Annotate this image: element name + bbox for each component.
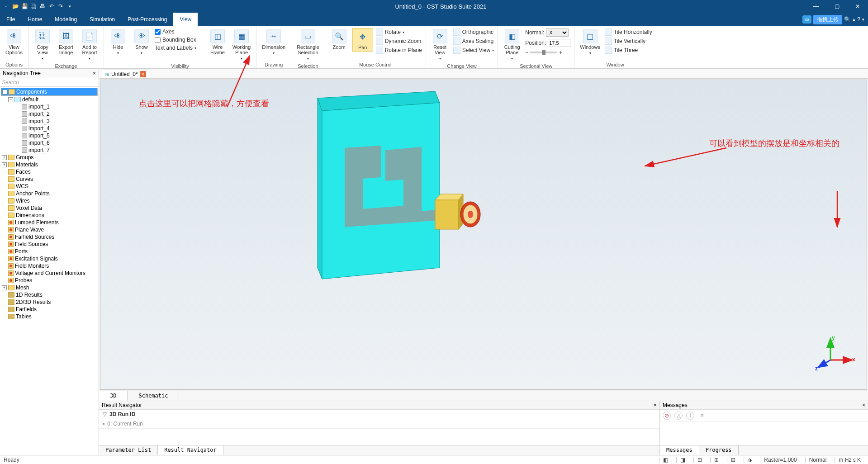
msg-error-icon[interactable]: ⊘ (663, 412, 671, 420)
hide-button[interactable]: 👁Hide▾ (108, 28, 128, 57)
viewport-3d[interactable]: 点击这里可以把网格隐藏，方便查看 可以看到模型的摆放是和坐标相关的 (100, 80, 867, 390)
tree-item[interactable]: Field Monitors (1, 262, 98, 270)
menu-home[interactable]: Home (21, 13, 48, 26)
export-image-button[interactable]: 🖼Export Image (56, 28, 76, 56)
bounding-box-checkbox[interactable]: Bounding Box (155, 37, 204, 43)
axes-scaling-button[interactable]: Axes Scaling (453, 38, 494, 45)
wire-frame-button[interactable]: ◫Wire Frame (207, 28, 228, 56)
tree-import-item[interactable]: import_3 (1, 118, 98, 125)
tile-horizontally-button[interactable]: Tile Horizontally (605, 28, 652, 36)
status-icon[interactable]: ⬗ (744, 457, 755, 463)
tree-item[interactable]: Farfields (1, 306, 98, 313)
tree-item[interactable]: Dimensions (1, 212, 98, 219)
tree-item[interactable]: WCS (1, 183, 98, 190)
tree-item[interactable]: Voxel Data (1, 204, 98, 212)
tree-item[interactable]: Probes (1, 277, 98, 284)
axes-checkbox[interactable]: Axes (155, 28, 204, 35)
maximize-button[interactable]: ▢ (826, 0, 847, 13)
position-input[interactable] (548, 39, 570, 47)
current-run-row[interactable]: ▪0: Current Run (99, 419, 659, 429)
tree-import-item[interactable]: import_7 (1, 147, 98, 154)
status-icon[interactable]: ◨ (676, 457, 689, 463)
nav-search-input[interactable]: Search (0, 78, 99, 87)
redo-icon[interactable]: ↷ (57, 3, 64, 10)
help-icon[interactable]: ? (857, 16, 860, 23)
panel-close-icon[interactable]: × (654, 402, 657, 408)
tile-three-button[interactable]: Tile Three (605, 47, 652, 54)
tab-progress[interactable]: Progress (699, 445, 739, 455)
help-dropdown-icon[interactable]: ▾ (862, 17, 864, 22)
nav-close-icon[interactable]: × (93, 70, 96, 76)
dynamic-zoom-button[interactable]: Dynamic Zoom (376, 38, 422, 45)
print-icon[interactable]: 🖶 (39, 3, 46, 10)
msg-info-icon[interactable]: i (686, 412, 694, 420)
select-view-button[interactable]: Select View ▾ (453, 47, 494, 54)
close-button[interactable]: ✕ (847, 0, 868, 13)
save-icon[interactable]: 💾 (21, 3, 28, 10)
tree-import-item[interactable]: import_6 (1, 139, 98, 147)
tree-item[interactable]: +Mesh (1, 284, 98, 291)
tree-item[interactable]: Wires (1, 197, 98, 204)
menu-file[interactable]: File (0, 13, 21, 26)
tree-default[interactable]: default (22, 96, 38, 103)
copy-view-button[interactable]: ⿻Copy View▾ (32, 28, 53, 62)
msg-warning-icon[interactable]: △ (674, 412, 683, 420)
tree-item[interactable]: Plane Wave (1, 226, 98, 233)
rotate-button[interactable]: Rotate ▾ (376, 28, 422, 36)
normal-select[interactable]: X (546, 28, 569, 37)
zoom-button[interactable]: 🔍Zoom (329, 28, 350, 51)
tree-item[interactable]: Voltage and Current Monitors (1, 270, 98, 277)
tree-item[interactable]: +Groups (1, 154, 98, 161)
windows-button[interactable]: ◫Windows▾ (578, 28, 602, 57)
status-icon[interactable]: ⊡ (693, 457, 706, 463)
qat-dropdown-icon[interactable]: ▾ (66, 3, 73, 10)
view-options-button[interactable]: 👁View Options (4, 28, 24, 56)
msg-filter-icon[interactable]: ≡ (698, 412, 706, 420)
tree-item[interactable]: 1D Results (1, 291, 98, 298)
copy-icon[interactable]: ⿻ (30, 3, 37, 10)
tree-import-item[interactable]: import_4 (1, 125, 98, 132)
tab-close-icon[interactable]: × (140, 71, 146, 77)
tab-3d[interactable]: 3D (99, 391, 128, 401)
rectangle-selection-button[interactable]: ▭Rectangle Selection▾ (295, 28, 321, 62)
menu-simulation[interactable]: Simulation (83, 13, 121, 26)
reset-view-button[interactable]: ⟳Reset View▾ (430, 28, 451, 62)
tree-item[interactable]: Lumped Elements (1, 219, 98, 226)
status-icon[interactable]: ◧ (659, 457, 672, 463)
orthographic-button[interactable]: Orthographic (453, 28, 494, 36)
cloud-icon[interactable]: ∞ (802, 15, 811, 24)
add-to-report-button[interactable]: 📄Add to Report▾ (79, 28, 100, 62)
minimize-button[interactable]: — (806, 0, 826, 13)
open-icon[interactable]: 📂 (12, 3, 19, 10)
tab-parameter-list[interactable]: Parameter List (99, 445, 158, 455)
show-button[interactable]: 👁Show▾ (131, 28, 152, 57)
tab-schematic[interactable]: Schematic (128, 391, 179, 401)
dimension-button[interactable]: ↔Dimension▾ (260, 28, 287, 57)
tab-result-navigator[interactable]: Result Navigator (158, 445, 223, 455)
menu-post-processing[interactable]: Post-Processing (121, 13, 173, 26)
undo-icon[interactable]: ↶ (48, 3, 55, 10)
tree-import-item[interactable]: import_5 (1, 132, 98, 139)
tab-messages[interactable]: Messages (660, 445, 699, 455)
cutting-plane-button[interactable]: ◧Cutting Plane▾ (502, 28, 522, 62)
tree-import-item[interactable]: import_2 (1, 110, 98, 118)
tree-item[interactable]: Ports (1, 248, 98, 255)
tree-item[interactable]: Field Sources (1, 241, 98, 248)
search-icon[interactable]: 🔍 (844, 16, 851, 23)
panel-close-icon[interactable]: × (862, 402, 865, 408)
navigation-tree[interactable]: −Components −default import_1import_2imp… (0, 87, 99, 455)
ribbon-collapse-icon[interactable]: ▴ (853, 16, 855, 23)
tree-import-item[interactable]: import_1 (1, 103, 98, 110)
tree-item[interactable]: Faces (1, 168, 98, 175)
tree-item[interactable]: Curves (1, 175, 98, 183)
position-slider[interactable]: −+ (525, 49, 570, 56)
tree-components[interactable]: Components (16, 89, 47, 95)
document-tab[interactable]: ≋Untitled_0*× (102, 70, 149, 78)
pan-button[interactable]: ✥Pan (352, 28, 373, 52)
tree-item[interactable]: Excitation Signals (1, 255, 98, 262)
run-id-header[interactable]: ▽3D Run ID (99, 410, 659, 419)
rotate-in-plane-button[interactable]: Rotate in Plane (376, 47, 422, 54)
tree-item[interactable]: Tables (1, 313, 98, 320)
tree-item[interactable]: +Materials (1, 161, 98, 168)
menu-modeling[interactable]: Modeling (48, 13, 83, 26)
